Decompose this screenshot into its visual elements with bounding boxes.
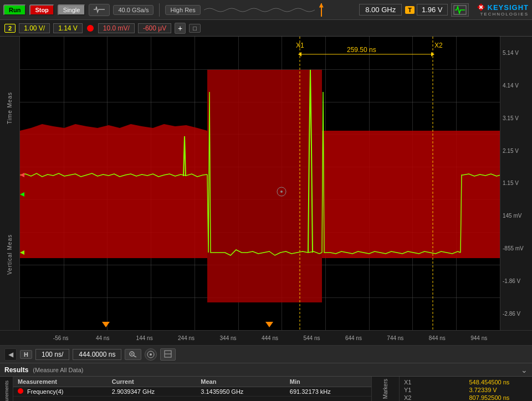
x1-label: X1 [404,379,463,385]
brand-sub: TECHNOLOGIES [480,12,529,17]
top-toolbar: Run Stop Single 40.0 GSa/s High Res 8.00… [0,0,532,20]
ch1-offset[interactable]: -600 μV [138,23,171,33]
keysight-logo: KEYSIGHT TECHNOLOGIES [477,3,529,17]
meas-min: 691.32173 kHz [285,387,371,397]
voltage-label-1: 5.14 V [503,50,519,56]
cursor-x1-label: X1 [296,42,304,49]
ref-button[interactable]: □ [189,24,201,33]
time-tick-9: 844 ns [416,335,458,341]
center-dot [280,191,283,193]
trigger-position-marker [318,3,325,17]
voltage-label-8: -1.86 V [503,278,520,284]
meas-current: 2.9039347 GHz [108,387,196,397]
vertical-meas-label: Vertical Meas [7,234,13,275]
meas-dot [18,388,23,394]
add-channel-button[interactable]: + [175,23,186,34]
meas-mean: 3.1435950 GHz [196,387,285,397]
stop-button[interactable]: Stop [29,4,54,16]
y1-label: Y1 [404,387,463,393]
waveform-mode-icon[interactable] [89,4,110,16]
trigger-t-label: T [405,6,415,14]
toolbar-separator-1 [159,3,160,17]
col-current: Current [108,377,196,387]
toolbar-spacer-left [204,4,315,16]
ch1-indicator [87,25,94,32]
cursor-readout: X1 548.454500 ns Y1 3.72339 V X2 807.952… [404,379,528,401]
time-tick-10: 944 ns [458,335,500,341]
h-label: H [20,350,32,359]
voltage-label-9: -2.86 V [503,311,520,317]
time-offset[interactable]: 444.0000 ns [73,349,121,360]
markers-label: Markers [382,379,388,399]
cursor-delta-label: 259.50 ns [347,46,376,54]
ch2-badge[interactable]: 2 [4,24,16,33]
ch2-scale[interactable]: 1.00 V/ [19,23,50,33]
brand-name: KEYSIGHT [488,3,529,12]
trigger-time-marker-left [102,322,110,327]
time-per-div[interactable]: 100 ns/ [35,349,69,360]
col-min: Min [285,377,371,387]
single-button[interactable]: Single [58,4,86,16]
time-axis: -56 ns 44 ns 144 ns 244 ns 344 ns 444 ns… [0,330,532,346]
voltage-label-3: 3.15 V [503,115,519,121]
voltage-label-7: -855 mV [503,245,524,251]
results-table-area: Measurements Measurement Current Mean Mi… [0,377,532,401]
col-measurement: Measurement [13,377,108,387]
nav-circle-button[interactable] [145,348,157,361]
x2-value: 807.952500 ns [469,394,528,401]
bottom-toolbar: ◀ H 100 ns/ 444.0000 ns [0,346,532,363]
cursor-readout-panel: X1 548.454500 ns Y1 3.72339 V X2 807.952… [399,377,532,401]
time-tick-7: 644 ns [332,335,374,341]
svg-line-7 [134,356,136,357]
time-tick-5: 444 ns [249,335,290,341]
table-row: Frequency(4) 2.9039347 GHz 3.1435950 GHz… [13,387,371,397]
cursor-x2-label: X2 [434,42,443,49]
waveform-display: X1 X2 259.50 ns [20,37,500,330]
time-tick-3: 244 ns [165,335,207,341]
time-meas-label: Time Meas [7,92,13,124]
ch1-scale[interactable]: 10.0 mV/ [98,23,135,33]
waveform-red-right-edge [461,131,500,258]
measurements-label: Measurements [4,381,9,401]
oscilloscope-display[interactable]: X1 X2 259.50 ns [20,37,500,330]
meas-name: Frequency(4) [13,387,108,397]
measurements-side-label: Measurements [0,377,13,401]
col-mean: Mean [196,377,285,387]
time-tick-6: 544 ns [291,335,332,341]
results-bar: Results (Measure All Data) ⌄ [0,363,532,377]
markers-label-area: Markers [371,377,399,401]
right-voltage-labels: 5.14 V 4.14 V 3.15 V 2.15 V 1.15 V 145 m… [500,37,532,330]
main-display-area: Time Meas Vertical Meas [0,37,532,330]
x1-value: 548.454500 ns [469,379,528,385]
ch2-offset[interactable]: 1.14 V [53,23,83,33]
waveform-red-low-right [322,131,461,258]
voltage-label-5: 1.15 V [503,180,519,186]
run-button[interactable]: Run [3,4,26,16]
time-tick-4: 344 ns [207,335,249,341]
zoom-button[interactable] [125,349,141,360]
channel-toolbar: 2 1.00 V/ 1.14 V 10.0 mV/ -600 μV + □ [0,20,532,37]
results-title: Results [4,366,28,374]
left-side-labels: Time Meas Vertical Meas [0,37,20,330]
nav-left-button[interactable]: ◀ [4,348,17,361]
trigger-box: T 1.96 V [405,4,447,16]
scope-icon[interactable] [451,3,469,17]
marker-button[interactable] [160,348,176,361]
time-tick-1: 44 ns [81,335,123,341]
mode-display[interactable]: High Res [165,5,200,15]
voltage-label-4: 2.15 V [503,148,519,154]
waveform-red-low-left [20,124,207,258]
time-tick-2: 144 ns [124,335,165,341]
time-tick-8: 744 ns [375,335,416,341]
x2-label: X2 [404,394,463,401]
collapse-button[interactable]: ⌄ [521,366,528,374]
y1-value: 3.72339 V [469,387,528,393]
waveform-red-tall [207,70,322,302]
results-sub: (Measure All Data) [33,367,83,373]
time-tick-0: -56 ns [40,335,81,341]
voltage-label-2: 4.14 V [503,83,519,89]
trigger-time-marker-right [265,322,273,327]
measurements-table: Measurement Current Mean Min Frequency(4… [13,377,371,397]
svg-point-11 [150,353,152,356]
sample-rate-display: 40.0 GSa/s [113,5,154,15]
